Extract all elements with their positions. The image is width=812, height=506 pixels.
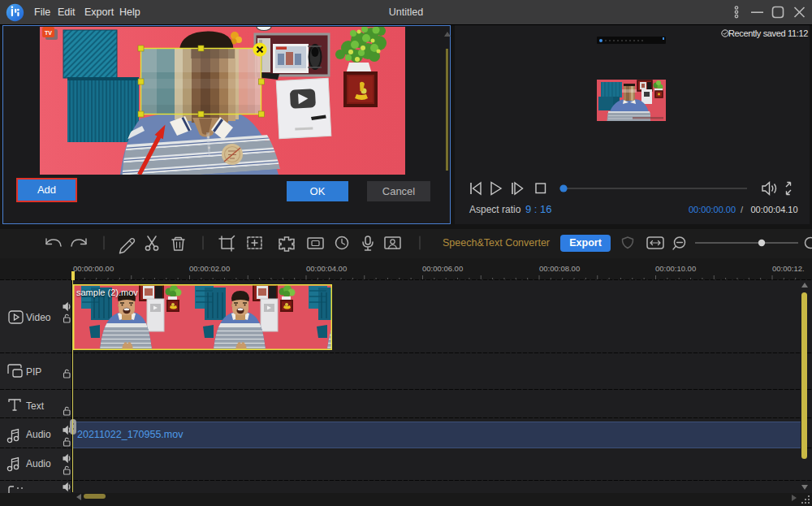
svg-text:TV: TV xyxy=(45,30,52,36)
